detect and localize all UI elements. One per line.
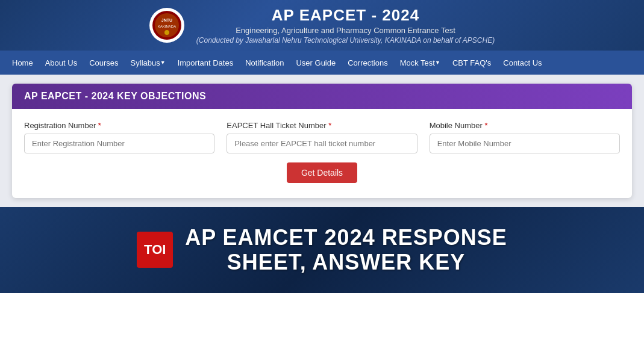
nav-item-about-us[interactable]: About Us — [39, 51, 83, 75]
toi-badge: TOI — [137, 232, 173, 268]
mobile-number-group: Mobile Number * — [430, 121, 620, 153]
hall-ticket-label: EAPCET Hall Ticket Number * — [227, 121, 417, 130]
registration-number-input[interactable] — [24, 134, 214, 153]
nav-item-important-dates[interactable]: Important Dates — [172, 51, 240, 75]
button-row: Get Details — [24, 162, 620, 183]
site-logo: JNTU KAKINADA — [149, 8, 184, 43]
key-objections-card: AP EAPCET - 2024 KEY OBJECTIONS Registra… — [12, 84, 632, 198]
svg-text:JNTU: JNTU — [161, 18, 172, 22]
hall-ticket-group: EAPCET Hall Ticket Number * — [227, 121, 417, 153]
bottom-banner: TOI AP EAMCET 2024 RESPONSE SHEET, ANSWE… — [0, 207, 644, 293]
required-star-2: * — [328, 121, 331, 130]
nav-item-user-guide[interactable]: User Guide — [290, 51, 342, 75]
header-title: AP EAPCET - 2024 — [196, 6, 495, 25]
banner-line1: AP EAMCET 2024 RESPONSE — [185, 225, 507, 250]
nav-item-mock-test[interactable]: Mock Test — [394, 51, 446, 75]
registration-number-label: Registration Number * — [24, 121, 214, 130]
nav-item-cbt-faqs[interactable]: CBT FAQ's — [446, 51, 497, 75]
mobile-number-label: Mobile Number * — [430, 121, 620, 130]
required-star-3: * — [484, 121, 487, 130]
form-fields-row: Registration Number * EAPCET Hall Ticket… — [24, 121, 620, 153]
required-star-1: * — [98, 121, 101, 130]
header-subtitle2: (Conducted by Jawaharlal Nehru Technolog… — [196, 36, 495, 45]
nav-item-notification[interactable]: Notification — [239, 51, 290, 75]
header-text-block: AP EAPCET - 2024 Engineering, Agricultur… — [196, 6, 495, 45]
banner-line2: SHEET, ANSWER KEY — [185, 250, 507, 274]
main-navbar: HomeAbout UsCoursesSyllabusImportant Dat… — [0, 51, 644, 75]
hall-ticket-input[interactable] — [227, 134, 417, 153]
registration-number-group: Registration Number * — [24, 121, 214, 153]
form-card-body: Registration Number * EAPCET Hall Ticket… — [12, 109, 632, 198]
nav-item-home[interactable]: Home — [6, 51, 39, 75]
nav-item-corrections[interactable]: Corrections — [342, 51, 393, 75]
form-card-header: AP EAPCET - 2024 KEY OBJECTIONS — [12, 84, 632, 109]
svg-text:KAKINADA: KAKINADA — [158, 25, 176, 28]
nav-item-contact-us[interactable]: Contact Us — [497, 51, 548, 75]
site-header: JNTU KAKINADA AP EAPCET - 2024 Engineeri… — [0, 0, 644, 51]
nav-item-courses[interactable]: Courses — [83, 51, 124, 75]
mobile-number-input[interactable] — [430, 134, 620, 153]
header-subtitle: Engineering, Agriculture and Pharmacy Co… — [196, 26, 495, 35]
svg-point-4 — [164, 30, 169, 35]
banner-text: AP EAMCET 2024 RESPONSE SHEET, ANSWER KE… — [185, 225, 507, 275]
content-area: AP EAPCET - 2024 KEY OBJECTIONS Registra… — [0, 75, 644, 207]
get-details-button[interactable]: Get Details — [287, 162, 357, 183]
nav-item-syllabus[interactable]: Syllabus — [125, 51, 172, 75]
